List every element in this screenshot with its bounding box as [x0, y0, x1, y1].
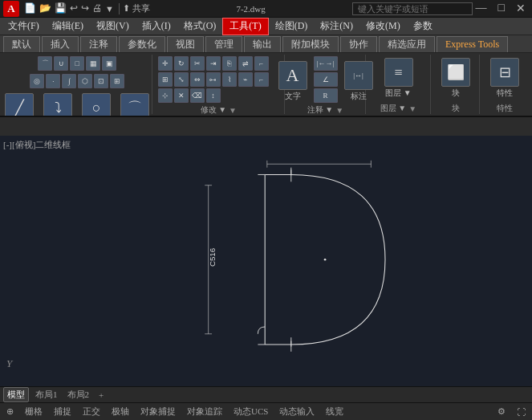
snap-btn[interactable]: 捕捉 — [51, 405, 75, 418]
stretch-icon[interactable]: ⇔ — [190, 72, 205, 87]
polyline-btn[interactable]: ⤵ 多段线 — [40, 92, 75, 117]
tab-annotate[interactable]: 注释 — [80, 36, 117, 52]
drawing-area[interactable]: [-][俯视]二维线框 C516 — [0, 136, 532, 386]
annotate-section-label[interactable]: 注释 ▼ ▼ — [307, 104, 343, 116]
chamfer-icon[interactable]: ⌐ — [254, 72, 269, 87]
region-icon[interactable]: ⊡ — [94, 74, 108, 88]
tab-output[interactable]: 输出 — [244, 36, 281, 52]
fillet-icon[interactable]: ⌐ — [254, 56, 269, 71]
gradient-icon[interactable]: ▣ — [102, 56, 116, 71]
erase-icon[interactable]: ⌫ — [190, 88, 205, 103]
annotate-section-arrow[interactable]: ▼ — [335, 106, 343, 115]
grid-btn[interactable]: 栅格 — [22, 405, 46, 418]
rotate-icon[interactable]: ↻ — [174, 56, 189, 71]
drawing-canvas[interactable]: C516 — [0, 136, 532, 386]
layer-btn[interactable]: ≡ 图层 ▼ — [381, 56, 416, 100]
tab-view[interactable]: 视图 — [167, 36, 204, 52]
offset-icon[interactable]: ⧟ — [206, 72, 221, 87]
properties-btn[interactable]: ⊟ 特性 — [487, 56, 522, 100]
layout2-tab[interactable]: 布局2 — [64, 388, 93, 402]
menu-edit[interactable]: 编辑(E) — [46, 18, 90, 35]
osnap-btn[interactable]: 对象捕捉 — [137, 405, 179, 418]
trim-icon[interactable]: ✂ — [190, 56, 205, 71]
lineweight-btn[interactable]: 线宽 — [323, 405, 347, 418]
properties-section-label[interactable]: 特性 — [497, 103, 513, 114]
block-section-label[interactable]: 块 — [452, 103, 460, 114]
tab-addons[interactable]: 附加模块 — [282, 36, 339, 52]
tab-manage[interactable]: 管理 — [205, 36, 242, 52]
qa-more[interactable]: ▼ — [105, 4, 114, 14]
menu-file[interactable]: 文件(F) — [2, 18, 46, 35]
extend-icon[interactable]: ⇥ — [206, 56, 221, 71]
fullscreen-btn[interactable]: ⛶ — [514, 406, 529, 418]
move-icon[interactable]: ✛ — [158, 56, 173, 71]
join-icon[interactable]: ⌁ — [238, 72, 253, 87]
menu-tools[interactable]: 工具(T) — [222, 18, 268, 35]
menu-param[interactable]: 参数 — [407, 18, 439, 35]
layer-section-arrow[interactable]: ▼ — [408, 104, 416, 113]
polygon-icon[interactable]: ⬡ — [78, 74, 92, 88]
menu-dimension[interactable]: 标注(N) — [314, 18, 359, 35]
spline-icon[interactable]: ∫ — [62, 74, 76, 88]
delete-icon[interactable]: ✕ — [174, 88, 189, 103]
tab-parametric[interactable]: 参数化 — [119, 36, 165, 52]
qa-redo[interactable]: ↪ — [81, 2, 89, 14]
share-icon: ⬆ — [123, 3, 130, 13]
wipeout-icon[interactable]: ⊞ — [110, 74, 124, 88]
minimize-btn[interactable]: — — [473, 2, 490, 15]
qa-save[interactable]: 💾 — [55, 2, 67, 14]
lengthen-icon[interactable]: ↕ — [206, 88, 221, 103]
dynucs-btn[interactable]: 动态UCS — [230, 405, 271, 418]
close-btn[interactable]: ✕ — [513, 2, 529, 15]
maximize-btn[interactable]: □ — [495, 2, 508, 15]
circle-btn[interactable]: ○ 圆 — [79, 92, 114, 117]
modify-section-arrow[interactable]: ▼ — [229, 106, 237, 115]
arc-icon[interactable]: ∪ — [54, 56, 68, 71]
copy-icon[interactable]: ⎘ — [222, 56, 237, 71]
model-space-btn[interactable]: ⊕ — [3, 406, 17, 418]
text-btn[interactable]: A 文字 — [275, 59, 311, 103]
tab-collab[interactable]: 协作 — [340, 36, 377, 52]
line-variant-icon[interactable]: ⌒ — [38, 56, 52, 71]
qa-open[interactable]: 📂 — [39, 2, 51, 14]
tab-express[interactable]: Express Tools — [437, 36, 508, 52]
share-btn[interactable]: ⬆ 共享 — [123, 2, 150, 14]
ortho-btn[interactable]: 正交 — [79, 405, 104, 418]
mirror-icon[interactable]: ⇌ — [238, 56, 253, 71]
scale-icon[interactable]: ⤡ — [174, 72, 189, 87]
tab-featured[interactable]: 精选应用 — [379, 36, 435, 52]
ellipse-icon[interactable]: ◎ — [30, 74, 44, 88]
dim-linear-icon[interactable]: |←→| — [314, 56, 338, 71]
dyninput-btn[interactable]: 动态输入 — [276, 405, 318, 418]
polar-btn[interactable]: 极轴 — [108, 405, 132, 418]
dim-angular-icon[interactable]: ∠ — [314, 72, 338, 87]
hatch-icon[interactable]: ▦ — [86, 56, 100, 71]
modify-section-label[interactable]: 修改 ▼ ▼ — [201, 104, 237, 116]
tab-insert[interactable]: 插入 — [42, 36, 79, 52]
qa-print[interactable]: 🖨 — [92, 2, 102, 14]
workspace-btn[interactable]: ⚙ — [494, 406, 509, 418]
menu-modify[interactable]: 修改(M) — [359, 18, 407, 35]
model-tab[interactable]: 模型 — [3, 387, 29, 402]
menu-view[interactable]: 视图(V) — [90, 18, 136, 35]
tab-default[interactable]: 默认 — [3, 36, 40, 52]
point-icon[interactable]: · — [46, 74, 60, 88]
array-icon[interactable]: ⊞ — [158, 72, 173, 87]
menu-draw[interactable]: 绘图(D) — [269, 18, 315, 35]
otrack-btn[interactable]: 对象追踪 — [184, 405, 225, 418]
menu-insert[interactable]: 插入(I) — [136, 18, 177, 35]
command-search[interactable] — [352, 2, 473, 15]
qa-new[interactable]: 📄 — [24, 2, 36, 14]
qa-undo[interactable]: ↩ — [70, 2, 78, 14]
line-btn[interactable]: ╱ 直线 — [2, 92, 37, 117]
menu-format[interactable]: 格式(O) — [177, 18, 223, 35]
rect-icon[interactable]: □ — [70, 56, 84, 71]
layer-section-label[interactable]: 图层 ▼ ▼ — [380, 103, 416, 114]
dim-radius-icon[interactable]: R — [314, 88, 338, 103]
explode-icon[interactable]: ⊹ — [158, 88, 173, 103]
layout1-tab[interactable]: 布局1 — [32, 388, 61, 402]
add-layout-btn[interactable]: + — [95, 389, 107, 401]
break-icon[interactable]: ⌇ — [222, 72, 237, 87]
arc-draw-btn[interactable]: ⌒ 圆弧 — [117, 92, 152, 117]
block-btn[interactable]: ⬜ 块 — [438, 56, 473, 100]
